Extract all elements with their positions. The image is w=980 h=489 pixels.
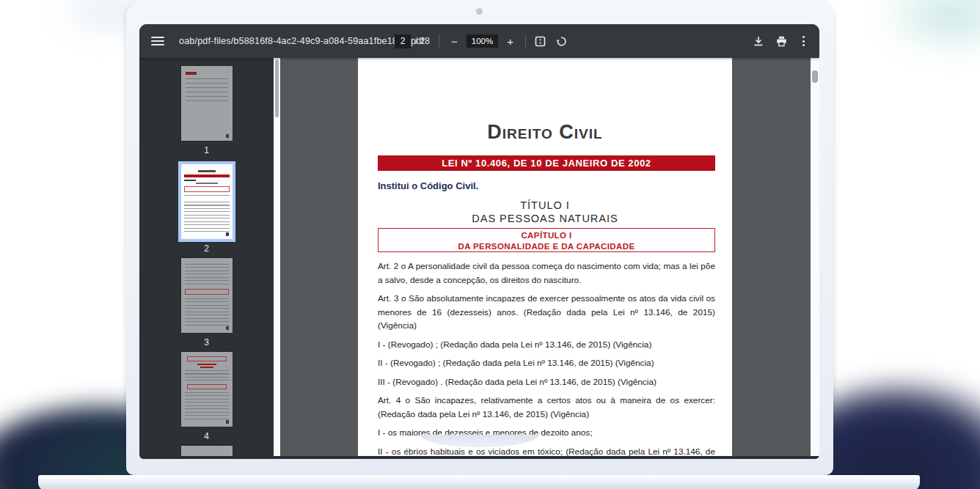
titulo-heading: TÍTULO I DAS PESSOAS NATURAIS [358,199,732,225]
pdf-filename: oab/pdf-files/b58816f8-4ac2-49c9-a084-59… [179,36,424,46]
thumbnail-label: 4 [204,431,209,441]
paragraph-art3-iii: III - (Revogado) . (Redação dada pela Le… [378,375,715,389]
laptop-camera-dot [476,8,483,15]
thumbnail-preview-2 [181,164,233,239]
viewer-body: 1 2 [139,58,819,456]
paragraph-art4: Art. 4 o São incapazes, relativamente a … [378,394,715,421]
paragraph-art3-ii: II - (Revogado) ; (Redação dada pela Lei… [378,356,715,370]
thumb4-page-badge [226,420,229,424]
thumbnail-label: 1 [204,145,209,155]
thumb2-blue-line [184,180,196,181]
paragraph-art2: Art. 2 o A personalidade civil da pessoa… [378,260,715,287]
capitulo-line1: CAPÍTULO I [379,230,714,241]
toolbar-right-actions [753,34,808,48]
thumb1-toc-lines [186,78,228,103]
capitulo-box: CAPÍTULO I DA PERSONALIDADE E DA CAPACID… [378,228,715,252]
document-scrollbar[interactable] [811,58,819,456]
toolbar-divider [525,34,526,48]
thumb4-red-box [187,384,227,389]
document-title: Direito Civil [358,121,732,144]
thumbnail-label: 3 [204,337,209,348]
fit-to-page-icon[interactable] [535,36,546,47]
thumbnail-preview-1 [181,66,233,141]
pdf-viewer-window: oab/pdf-files/b58816f8-4ac2-49c9-a084-59… [139,24,819,459]
thumb2-page-badge [226,232,229,236]
page-zoom-controls: 2 / 28 − 100% + [395,24,567,58]
sidebar-scrollbar[interactable] [274,58,280,456]
thumb1-page-badge [226,134,229,138]
thumbnail-page-3[interactable]: 3 [181,258,233,348]
thumb2-title-line [198,170,216,172]
laptop-base [38,475,920,489]
zoom-in-button[interactable]: + [504,34,516,48]
thumb4-red-line [197,364,216,365]
capitulo-line2: DA PERSONALIDADE E DA CAPACIDADE [379,241,714,252]
pdf-page-2: Direito Civil LEI Nº 10.406, DE 10 DE JA… [358,58,732,456]
thumb1-red-mark [186,72,197,75]
thumbnail-preview-4 [181,352,233,427]
thumbnail-preview-3 [181,258,233,333]
paragraph-art3-i: I - (Revogado) ; (Redação dada pela Lei … [378,338,715,352]
thumb2-red-box [184,186,230,192]
screen-bottom-edge [139,456,819,459]
law-banner: LEI Nº 10.406, DE 10 DE JANEIRO DE 2002 [378,155,715,171]
thumb2-center-line [196,183,218,184]
menu-icon[interactable] [151,37,164,45]
document-subtitle: Institui o Código Civil. [378,180,478,191]
background-blur-top-right [873,0,980,59]
sidebar-scrollbar-thumb[interactable] [275,59,279,117]
thumbnail-page-4[interactable]: 4 [181,352,233,441]
thumbnail-page-2-selected[interactable]: 2 [181,164,233,254]
document-body: Art. 2 o A personalidade civil da pessoa… [378,260,715,456]
thumbnail-page-1[interactable]: 1 [181,66,233,155]
thumb4-text-lines [185,392,229,422]
titulo-line1: TÍTULO I [358,199,732,212]
thumb3-text-lines [185,264,229,286]
thumb4-red-box [187,356,227,361]
document-viewport: Direito Civil LEI Nº 10.406, DE 10 DE JA… [280,58,811,456]
paragraph-art4-ii: II - os ébrios habituais e os viciados e… [378,445,715,457]
thumbnail-label: 2 [204,243,209,254]
thumb4-text-lines [185,370,229,382]
paragraph-art3: Art. 3 o São absolutamente incapazes de … [378,292,715,333]
page-number-input[interactable]: 2 [395,34,411,48]
thumb2-text-lines [184,195,230,232]
titulo-line2: DAS PESSOAS NATURAIS [358,212,732,225]
more-options-icon[interactable] [800,34,808,48]
thumb4-red-line [200,367,213,368]
laptop-bezel: oab/pdf-files/b58816f8-4ac2-49c9-a084-59… [126,0,833,475]
pdf-toolbar: oab/pdf-files/b58816f8-4ac2-49c9-a084-59… [139,24,819,58]
thumbnail-page-5-partial[interactable] [181,446,233,456]
thumb3-red-box [185,289,229,295]
print-icon[interactable] [776,36,787,47]
thumb3-text-lines [185,298,229,328]
zoom-level-value[interactable]: 100% [467,34,498,48]
document-scrollbar-thumb[interactable] [812,70,818,83]
thumb3-page-badge [226,326,229,330]
page-count-label: / 28 [415,36,430,46]
thumbnail-preview-5 [181,446,233,456]
toolbar-divider [439,34,439,48]
rotate-icon[interactable] [556,36,567,47]
download-icon[interactable] [753,36,764,47]
zoom-out-button[interactable]: − [448,34,461,48]
thumbnail-sidebar: 1 2 [139,58,274,456]
screenshot-stage: oab/pdf-files/b58816f8-4ac2-49c9-a084-59… [0,0,980,489]
thumb2-red-banner [184,174,230,177]
